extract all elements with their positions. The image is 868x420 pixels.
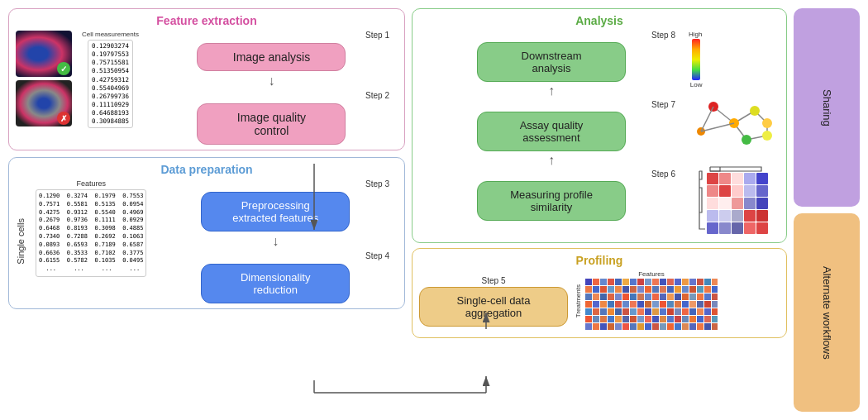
svg-rect-134 [608, 316, 614, 322]
svg-rect-38 [732, 222, 743, 234]
svg-rect-161 [675, 323, 681, 330]
arrow-1-2: ↓ [268, 74, 274, 88]
svg-rect-29 [744, 198, 756, 209]
svg-rect-155 [630, 323, 637, 330]
svg-rect-83 [630, 294, 637, 300]
svg-rect-154 [622, 323, 629, 330]
svg-rect-71 [675, 286, 681, 293]
svg-rect-140 [652, 316, 659, 322]
svg-rect-103 [645, 301, 651, 308]
svg-rect-138 [637, 316, 644, 322]
analysis-section: Analysis Step 8 Downstream analysis ↑ St… [412, 8, 787, 243]
svg-rect-151 [600, 323, 607, 330]
svg-rect-113 [585, 308, 592, 315]
data-preparation-label: Data preparation [16, 163, 398, 176]
steps-1-2: Step 1 Image analysis ↓ Step 2 Image qua… [145, 31, 398, 145]
step-3-label: Step 3 [365, 179, 389, 189]
features-table: 0.1290 0.3274 0.1979 0.7553 0.7571 0.558… [36, 189, 146, 277]
color-legend: High [689, 31, 702, 88]
svg-rect-39 [744, 222, 756, 234]
features-label: Features [585, 270, 718, 278]
svg-rect-122 [652, 308, 659, 315]
svg-rect-143 [675, 316, 681, 322]
svg-rect-35 [756, 210, 768, 222]
svg-rect-121 [645, 308, 651, 315]
svg-rect-135 [615, 316, 622, 322]
svg-rect-27 [719, 198, 731, 209]
svg-rect-98 [608, 301, 614, 308]
svg-rect-63 [615, 286, 622, 293]
svg-rect-128 [697, 308, 703, 315]
svg-rect-87 [660, 294, 666, 300]
svg-rect-125 [675, 308, 681, 315]
svg-rect-130 [712, 308, 718, 315]
arrow-6-7: ↑ [548, 154, 555, 167]
svg-rect-150 [593, 323, 599, 330]
svg-rect-48 [637, 279, 644, 285]
svg-rect-105 [660, 301, 666, 308]
svg-rect-123 [660, 308, 666, 315]
step-4-label: Step 4 [365, 251, 389, 260]
svg-rect-73 [689, 286, 696, 293]
svg-rect-139 [645, 316, 651, 322]
svg-rect-101 [630, 301, 637, 308]
svg-rect-62 [608, 286, 614, 293]
svg-rect-56 [697, 279, 703, 285]
svg-rect-21 [707, 185, 718, 197]
svg-rect-146 [697, 316, 703, 322]
svg-point-9 [750, 106, 760, 116]
svg-rect-34 [744, 210, 756, 222]
svg-point-11 [762, 131, 772, 141]
svg-rect-94 [712, 294, 718, 300]
svg-rect-66 [637, 286, 644, 293]
step-7-box: Assay quality assessment [477, 112, 626, 151]
svg-rect-88 [667, 294, 674, 300]
cell-image-top: ✓ [16, 31, 72, 77]
svg-rect-49 [645, 279, 651, 285]
svg-rect-30 [756, 198, 768, 209]
svg-rect-37 [719, 222, 731, 234]
feature-extraction-label: Feature extraction [16, 14, 398, 27]
svg-rect-160 [667, 323, 674, 330]
cell-images-panel: ✓ ✗ [16, 31, 75, 126]
svg-rect-102 [637, 301, 644, 308]
svg-rect-81 [615, 294, 622, 300]
step-5-wrapper: Step 5 Single-cell data aggregation [419, 276, 568, 327]
svg-rect-53 [675, 279, 681, 285]
svg-rect-141 [660, 316, 666, 322]
svg-rect-90 [682, 294, 689, 300]
svg-rect-50 [652, 279, 659, 285]
alternate-workflows-panel: Alternate workflows [794, 213, 860, 412]
svg-rect-152 [608, 323, 614, 330]
svg-rect-147 [704, 316, 711, 322]
svg-rect-165 [704, 323, 711, 330]
profile-heatmap: Features [585, 270, 718, 332]
svg-point-12 [762, 118, 772, 128]
svg-rect-142 [667, 316, 674, 322]
svg-rect-67 [645, 286, 651, 293]
svg-rect-43 [600, 279, 607, 285]
step-3-box: Preprocessing extracted features [201, 192, 350, 231]
svg-rect-137 [630, 316, 637, 322]
svg-rect-77 [585, 294, 592, 300]
svg-rect-145 [689, 316, 696, 322]
legend-colorbar [690, 39, 702, 80]
svg-rect-36 [707, 222, 718, 234]
svg-rect-65 [630, 286, 637, 293]
svg-rect-54 [682, 279, 689, 285]
legend-high: High [689, 31, 702, 38]
svg-rect-85 [645, 294, 651, 300]
arrow-7-8: ↑ [548, 84, 555, 98]
svg-rect-163 [689, 323, 696, 330]
network-graph [689, 90, 780, 156]
svg-rect-59 [585, 286, 592, 293]
single-cells-label: Single cells [16, 218, 26, 265]
svg-rect-136 [622, 316, 629, 322]
step-6-box: Measuring profile similarity [477, 181, 626, 221]
svg-rect-149 [585, 323, 592, 330]
measurements-values: 0.12903274 0.19797553 0.75715581 0.51350… [88, 40, 133, 128]
svg-rect-68 [652, 286, 659, 293]
svg-rect-23 [732, 185, 743, 197]
svg-rect-25 [756, 185, 768, 197]
svg-rect-129 [704, 308, 711, 315]
